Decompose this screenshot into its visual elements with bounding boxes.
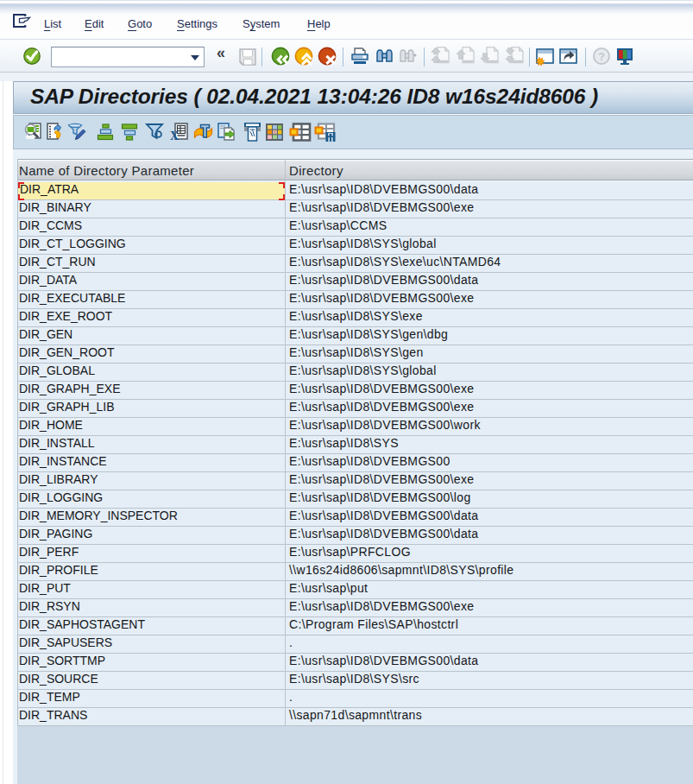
svg-text:X: X [170,130,179,142]
svg-text:?: ? [598,50,605,63]
